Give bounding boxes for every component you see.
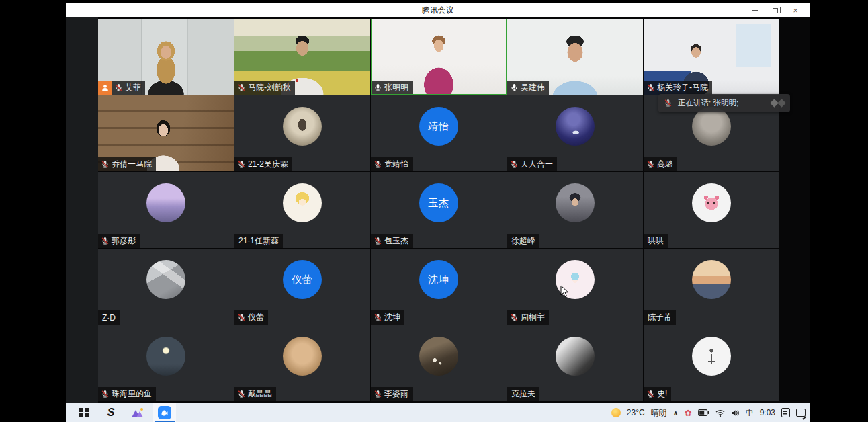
participant-nametag: 郭彦彤 bbox=[98, 234, 140, 248]
taskbar-app-tencent-meeting[interactable] bbox=[153, 403, 176, 422]
participant-tile[interactable]: 玉杰 包玉杰 bbox=[371, 172, 507, 248]
participant-name: 珠海里的鱼 bbox=[112, 388, 152, 400]
participant-tile[interactable]: 哄哄 bbox=[644, 172, 779, 248]
participant-nametag: 周桐宇 bbox=[507, 310, 549, 325]
mic-icon bbox=[237, 313, 246, 322]
title-bar[interactable]: 腾讯会议 × bbox=[66, 3, 810, 17]
participant-tile[interactable]: Z·D bbox=[98, 249, 234, 325]
start-button[interactable] bbox=[73, 403, 95, 422]
participant-tile[interactable]: 戴晶晶 bbox=[234, 325, 370, 401]
taskbar-app-mountain[interactable] bbox=[126, 403, 149, 422]
participant-name: 沈坤 bbox=[384, 312, 400, 323]
restore-button[interactable] bbox=[765, 3, 785, 17]
participant-nametag: 李姿雨 bbox=[371, 387, 413, 401]
participant-tile[interactable]: 克拉夫 bbox=[507, 325, 643, 401]
initials-avatar: 沈坤 bbox=[419, 260, 458, 299]
mic-icon bbox=[101, 390, 110, 398]
tray-flower-icon[interactable]: ✿ bbox=[685, 409, 692, 417]
weather-temp[interactable]: 23°C bbox=[627, 408, 645, 417]
mic-icon bbox=[374, 237, 382, 245]
weather-sun-icon[interactable] bbox=[611, 408, 621, 417]
participant-tile[interactable]: 李姿雨 bbox=[371, 325, 507, 401]
participant-name: 徐超峰 bbox=[511, 235, 535, 247]
mouse-cursor bbox=[560, 285, 569, 300]
photo-avatar bbox=[146, 337, 185, 376]
participant-nametag: 克拉夫 bbox=[507, 387, 539, 401]
photo-avatar bbox=[556, 107, 595, 146]
mic-icon bbox=[237, 390, 246, 398]
photo-avatar bbox=[556, 183, 595, 222]
participant-nametag: 哄哄 bbox=[644, 234, 668, 248]
participant-tile[interactable]: 史! bbox=[644, 325, 779, 401]
speaking-toast-text: 正在讲话: 张明明; bbox=[678, 98, 738, 108]
participant-tile[interactable]: 天人合一 bbox=[507, 95, 643, 171]
photo-avatar bbox=[692, 107, 731, 146]
participant-tile[interactable]: 郭彦彤 bbox=[98, 172, 234, 248]
participant-tile[interactable]: 马院-刘韵秋 bbox=[234, 19, 370, 95]
participant-tile[interactable]: 乔倩一马院 bbox=[98, 95, 234, 171]
speaker-icon[interactable] bbox=[731, 409, 740, 417]
participant-nametag: 戴晶晶 bbox=[234, 387, 276, 401]
participant-tile[interactable]: 仪蕾 仪蕾 bbox=[234, 249, 370, 325]
participant-tile[interactable]: 杨关玲子-马院 bbox=[644, 19, 779, 95]
taskbar: S 23°C 晴朗 ∧ ✿ 中 9:03 bbox=[66, 403, 810, 422]
participant-nametag: 高璐 bbox=[644, 157, 677, 171]
system-tray: 23°C 晴朗 ∧ ✿ 中 9:03 bbox=[611, 407, 806, 419]
participant-nametag: 21-2吴庆霖 bbox=[234, 157, 292, 171]
participant-name: Z·D bbox=[102, 313, 116, 323]
tray-chevron-up-icon[interactable]: ∧ bbox=[673, 409, 679, 417]
participant-nametag: 沈坤 bbox=[371, 310, 404, 325]
window-title: 腾讯会议 bbox=[422, 5, 454, 16]
battery-icon[interactable] bbox=[698, 409, 709, 416]
photo-avatar bbox=[146, 260, 185, 299]
notification-center-icon[interactable] bbox=[781, 408, 790, 417]
windows-logo-icon bbox=[79, 408, 89, 417]
minimize-button[interactable] bbox=[745, 3, 765, 17]
wifi-icon[interactable] bbox=[715, 409, 725, 417]
participant-tile[interactable]: 吴建伟 bbox=[507, 19, 643, 95]
participant-name: 李姿雨 bbox=[384, 388, 408, 400]
participant-tile[interactable]: 21-2吴庆霖 bbox=[234, 95, 370, 171]
participant-tile[interactable]: 艾菲 bbox=[98, 19, 234, 95]
participant-tile[interactable]: 沈坤 沈坤 bbox=[371, 249, 507, 325]
participant-nametag: 天人合一 bbox=[507, 157, 557, 171]
photo-avatar bbox=[692, 337, 731, 376]
participant-name: 史! bbox=[657, 388, 667, 400]
weather-condition[interactable]: 晴朗 bbox=[651, 407, 667, 419]
close-button[interactable]: × bbox=[785, 3, 806, 17]
ime-indicator[interactable]: 中 bbox=[746, 407, 754, 419]
participant-tile[interactable]: 21-1任新蕊 bbox=[234, 172, 370, 248]
meeting-content: 艾菲 马院-刘韵秋 bbox=[66, 17, 810, 403]
participant-nametag: 党靖怡 bbox=[371, 157, 413, 171]
participant-name: 党靖怡 bbox=[384, 159, 408, 170]
participant-nametag: 艾菲 bbox=[98, 81, 145, 95]
clock[interactable]: 9:03 bbox=[760, 408, 775, 417]
participant-nametag: 史! bbox=[644, 387, 671, 401]
mic-muted-icon bbox=[664, 99, 672, 108]
participant-tile[interactable]: 珠海里的鱼 bbox=[98, 325, 234, 401]
participant-nametag: 21-1任新蕊 bbox=[234, 234, 283, 248]
mic-icon bbox=[374, 160, 382, 169]
participant-tile[interactable]: 徐超峰 bbox=[507, 172, 643, 248]
participant-nametag: 包玉杰 bbox=[371, 234, 413, 248]
participant-nametag: 马院-刘韵秋 bbox=[234, 81, 295, 95]
participant-tile[interactable]: 周桐宇 bbox=[507, 249, 643, 325]
mic-icon bbox=[101, 237, 110, 245]
participant-name: 艾菲 bbox=[125, 82, 141, 93]
participant-nametag: 陈子芾 bbox=[644, 310, 676, 325]
initials-avatar: 靖怡 bbox=[419, 107, 458, 146]
feedback-pen-icon[interactable] bbox=[796, 409, 806, 417]
participant-tile[interactable]: 靖怡 党靖怡 bbox=[371, 95, 507, 171]
participant-tile[interactable]: 张明明 bbox=[371, 19, 507, 95]
photo-avatar bbox=[283, 107, 322, 146]
taskbar-app-s[interactable]: S bbox=[99, 403, 122, 422]
speaking-toast: 正在讲话: 张明明; bbox=[658, 94, 790, 112]
participant-tile[interactable]: 陈子芾 bbox=[644, 249, 779, 325]
photo-avatar bbox=[146, 183, 185, 222]
participant-nametag: Z·D bbox=[98, 310, 120, 325]
mic-icon bbox=[114, 83, 123, 92]
participant-name: 吴建伟 bbox=[521, 82, 545, 93]
host-badge-icon bbox=[98, 81, 112, 95]
initials-avatar: 玉杰 bbox=[419, 183, 458, 222]
participant-name: 马院-刘韵秋 bbox=[248, 82, 291, 93]
